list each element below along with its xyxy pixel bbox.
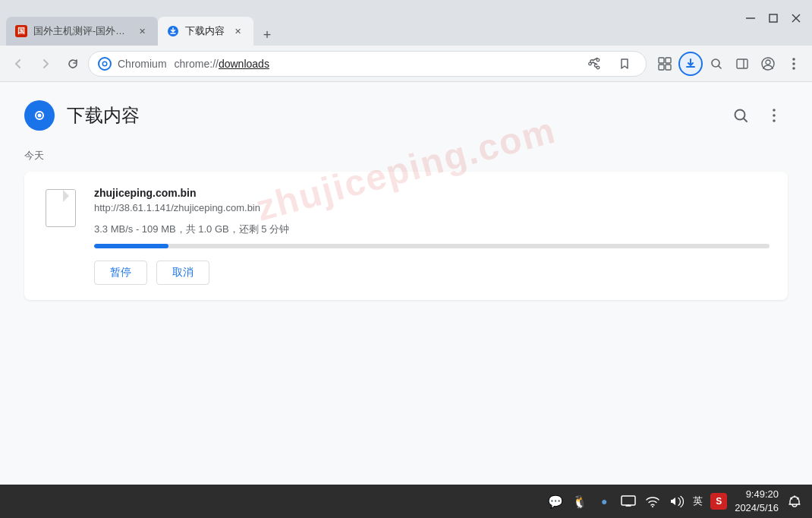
system-clock[interactable]: 9:49:20 2024/5/16	[735, 488, 779, 515]
section-label: 今天	[24, 149, 788, 163]
progress-bar-track	[94, 244, 770, 248]
new-tab-button[interactable]: +	[257, 24, 278, 46]
bookmark-icon[interactable]	[612, 52, 637, 76]
notification-icon[interactable]	[786, 493, 803, 510]
svg-point-21	[792, 62, 795, 65]
tab2-label: 下载内容	[185, 25, 225, 38]
sogou-icon[interactable]: S	[710, 493, 727, 510]
tabs-area: 国 国外主机测评-国外VPS、国... ✕ 下载内容 ✕ +	[6, 0, 741, 46]
page-title-area: 下载内容	[24, 100, 140, 131]
tab1-close[interactable]: ✕	[135, 24, 149, 38]
taskbar: 💬 🐧 ● 英 S 9:49:20 2024/5/16	[0, 485, 812, 518]
toolbar-icons	[653, 52, 806, 76]
clock-date: 2024/5/16	[735, 501, 779, 515]
more-downloads-button[interactable]	[760, 102, 788, 129]
tab1-label: 国外主机测评-国外VPS、国...	[33, 25, 129, 38]
browser-icon	[98, 57, 112, 71]
back-button[interactable]	[6, 52, 30, 76]
tab2-close[interactable]: ✕	[231, 24, 244, 38]
url-protocol: chrome://	[175, 58, 219, 70]
tab1-favicon: 国	[15, 25, 27, 37]
page-header-actions	[727, 102, 788, 129]
svg-point-7	[103, 62, 106, 65]
addressbar-row: Chromium chrome://downloads	[0, 46, 812, 82]
page-content: 下载内容 zhujiceping.com 今天	[0, 82, 812, 485]
progress-bar-fill	[94, 244, 168, 248]
download-actions: 暂停 取消	[94, 261, 770, 285]
profile-icon[interactable]	[756, 52, 780, 76]
download-status: 3.3 MB/s - 109 MB，共 1.0 GB，还剩 5 分钟	[94, 223, 770, 236]
bluetooth-icon[interactable]: ●	[596, 493, 612, 510]
svg-point-20	[792, 58, 795, 61]
svg-point-8	[589, 62, 592, 65]
volume-icon[interactable]	[669, 493, 685, 510]
download-card: zhujiceping.com.bin http://38.61.1.141/z…	[24, 172, 788, 300]
file-icon-wrapper	[42, 187, 79, 229]
search-downloads-button[interactable]	[727, 102, 754, 129]
url-path: downloads	[219, 58, 269, 70]
svg-rect-30	[622, 496, 635, 505]
page-icon	[24, 100, 55, 131]
tab-1[interactable]: 国 国外主机测评-国外VPS、国... ✕	[6, 17, 158, 46]
svg-point-10	[596, 66, 600, 69]
svg-rect-13	[659, 65, 664, 70]
download-info: zhujiceping.com.bin http://38.61.1.141/z…	[94, 187, 770, 285]
svg-rect-11	[659, 58, 664, 63]
address-bar[interactable]: Chromium chrome://downloads	[88, 51, 647, 77]
tab-2[interactable]: 下载内容 ✕	[158, 17, 253, 46]
clock-time: 9:49:20	[746, 488, 779, 501]
tab2-favicon	[167, 25, 179, 37]
search-toolbar-icon[interactable]	[704, 52, 729, 76]
url-display: chrome://downloads	[175, 58, 576, 70]
page-header: 下载内容	[24, 100, 788, 131]
more-options-icon[interactable]	[782, 52, 806, 76]
wifi-icon[interactable]	[644, 493, 661, 510]
wechat-icon[interactable]: 💬	[547, 493, 564, 510]
qq-icon[interactable]: 🐧	[571, 493, 588, 510]
titlebar: 国 国外主机测评-国外VPS、国... ✕ 下载内容 ✕ +	[0, 0, 812, 46]
svg-rect-16	[737, 59, 747, 68]
svg-point-9	[596, 58, 600, 62]
browser-name: Chromium	[118, 58, 167, 70]
extension-icon[interactable]	[653, 52, 677, 76]
svg-point-19	[766, 60, 770, 65]
svg-rect-14	[666, 65, 671, 70]
svg-point-31	[652, 506, 653, 507]
svg-point-22	[792, 67, 795, 70]
reload-button[interactable]	[61, 52, 85, 76]
restore-button[interactable]	[763, 8, 783, 28]
input-method[interactable]: 英	[693, 494, 703, 508]
svg-point-28	[773, 114, 776, 117]
download-filename: zhujiceping.com.bin	[94, 187, 770, 199]
svg-rect-2	[770, 14, 777, 22]
display-icon[interactable]	[620, 493, 637, 510]
file-icon	[46, 189, 76, 227]
close-button[interactable]	[786, 8, 806, 28]
downloads-icon[interactable]	[678, 52, 703, 76]
svg-point-25	[38, 114, 42, 118]
sidepanel-icon[interactable]	[730, 52, 754, 76]
window-controls	[741, 8, 806, 37]
minimize-button[interactable]	[741, 8, 760, 28]
page-title: 下载内容	[67, 103, 140, 128]
pause-button[interactable]: 暂停	[94, 261, 147, 285]
svg-rect-12	[666, 58, 671, 63]
forward-button[interactable]	[33, 52, 58, 76]
svg-point-29	[773, 119, 776, 122]
download-url: http://38.61.1.141/zhujiceping.com.bin	[94, 202, 770, 213]
svg-point-27	[773, 109, 776, 112]
cancel-button[interactable]: 取消	[156, 261, 209, 285]
share-icon[interactable]	[582, 52, 606, 76]
